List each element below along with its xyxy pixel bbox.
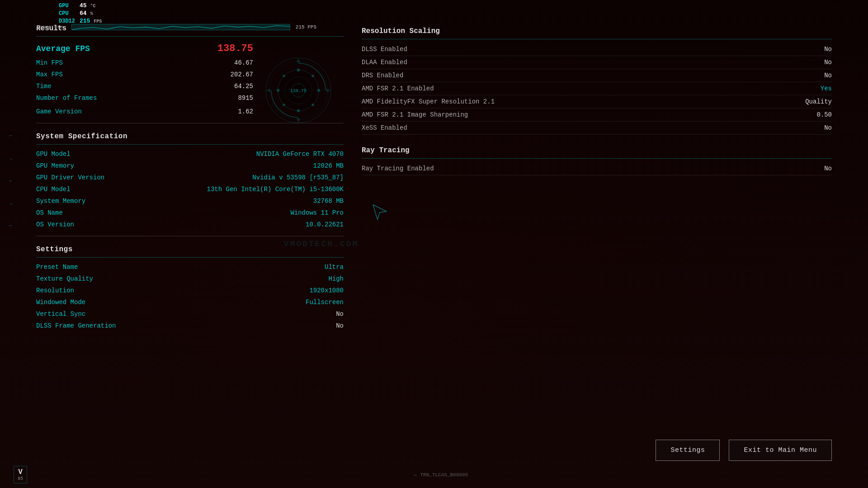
- sys-memory-row: System Memory 32768 MB: [36, 195, 344, 207]
- frames-label: Number of Frames: [36, 94, 97, 102]
- bottom-center: — TRN_TLCAS_B08095: [414, 472, 468, 478]
- vsync-row: Vertical Sync No: [36, 308, 344, 320]
- version-v: V: [18, 468, 23, 476]
- time-value: 64.25: [234, 83, 253, 90]
- rt-enabled-row: Ray Tracing Enabled No: [362, 162, 832, 175]
- hud-gpu-value: 45 °C: [80, 2, 95, 9]
- right-panel: Resolution Scaling DLSS Enabled No DLAA …: [362, 18, 832, 470]
- gpu-memory-value: 12026 MB: [313, 162, 344, 169]
- drs-enabled-row: DRS Enabled No: [362, 69, 832, 82]
- dlaa-enabled-row: DLAA Enabled No: [362, 56, 832, 69]
- exit-to-main-menu-button[interactable]: Exit to Main Menu: [729, 440, 832, 461]
- rt-enabled-value: No: [824, 165, 832, 172]
- gpu-memory-label: GPU Memory: [36, 162, 74, 169]
- svg-marker-22: [373, 205, 387, 220]
- hud-gpu-label: GPU: [59, 3, 77, 9]
- windowed-row: Windowed Mode Fullscreen: [36, 296, 344, 308]
- cpu-model-row: CPU Model 13th Gen Intel(R) Core(TM) i5-…: [36, 183, 344, 195]
- os-name-label: OS Name: [36, 209, 63, 216]
- drs-enabled-label: DRS Enabled: [362, 72, 403, 79]
- version-value: 1.62: [238, 108, 253, 115]
- hud-cpu-value: 64 %: [80, 10, 93, 17]
- amd-fsr-row: AMD FSR 2.1 Enabled Yes: [362, 82, 832, 95]
- amd-sharp-value: 0.50: [816, 111, 832, 118]
- dlss-enabled-row: DLSS Enabled No: [362, 43, 832, 56]
- texture-row: Texture Quality High: [36, 273, 344, 285]
- svg-point-13: [297, 69, 300, 71]
- dlss-enabled-value: No: [824, 46, 832, 53]
- hud-cpu-row: CPU 64 %: [59, 10, 102, 17]
- gpu-model-value: NVIDIA GeForce RTX 4070: [256, 150, 344, 158]
- amd-fidelity-label: AMD FidelityFX Super Resolution 2.1: [362, 98, 495, 105]
- dlss-frame-label: DLSS Frame Generation: [36, 322, 116, 329]
- os-name-row: OS Name Windows 11 Pro: [36, 207, 344, 219]
- amd-fidelity-value: Quality: [805, 98, 832, 105]
- windowed-value: Fullscreen: [306, 299, 344, 306]
- settings-button[interactable]: Settings: [656, 440, 720, 461]
- gpu-memory-row: GPU Memory 12026 MB: [36, 160, 344, 172]
- fps-gauge: 138.75: [262, 45, 335, 136]
- hud-gpu-row: GPU 45 °C: [59, 2, 102, 9]
- max-fps-label: Max FPS: [36, 71, 63, 78]
- svg-point-17: [283, 75, 285, 77]
- max-fps-value: 202.67: [231, 71, 253, 78]
- ray-tracing-header: Ray Tracing: [362, 142, 832, 159]
- svg-point-19: [283, 104, 285, 106]
- version-badge: V 85: [14, 466, 27, 483]
- svg-point-16: [317, 89, 320, 92]
- os-version-label: OS Version: [36, 221, 74, 228]
- texture-label: Texture Quality: [36, 275, 93, 282]
- version-num: 85: [18, 476, 23, 481]
- vsync-value: No: [336, 310, 344, 318]
- min-fps-label: Min FPS: [36, 59, 63, 66]
- amd-sharp-label: AMD FSR 2.1 Image Sharpening: [362, 111, 468, 118]
- time-label: Time: [36, 83, 52, 90]
- amd-fsr-label: AMD FSR 2.1 Enabled: [362, 85, 434, 92]
- svg-marker-9: [297, 58, 300, 62]
- cpu-model-value: 13th Gen Intel(R) Core(TM) i5-13600K: [207, 186, 344, 193]
- settings-section-header: Settings: [36, 240, 344, 258]
- drs-enabled-value: No: [824, 72, 832, 79]
- framerate-label: Framerate: [36, 24, 68, 30]
- amd-fidelity-row: AMD FidelityFX Super Resolution 2.1 Qual…: [362, 95, 832, 108]
- xess-label: XeSS Enabled: [362, 124, 407, 131]
- sys-memory-value: 32768 MB: [313, 197, 344, 205]
- dlaa-enabled-value: No: [824, 59, 832, 66]
- framerate-graph: [71, 24, 290, 30]
- frames-value: 8915: [238, 94, 253, 102]
- amd-sharp-row: AMD FSR 2.1 Image Sharpening 0.50: [362, 108, 832, 122]
- dlss-frame-value: No: [336, 322, 344, 329]
- preset-row: Preset Name Ultra: [36, 261, 344, 273]
- dlss-enabled-label: DLSS Enabled: [362, 46, 407, 53]
- resolution-row: Resolution 868x488: [36, 285, 344, 296]
- results-section: Results Average FPS 138.75 Min FPS 46.67…: [36, 18, 344, 117]
- dlaa-enabled-label: DLAA Enabled: [362, 59, 407, 66]
- preset-value: Ultra: [325, 263, 344, 271]
- rt-enabled-label: Ray Tracing Enabled: [362, 165, 434, 172]
- bottom-bar: V 85 — TRN_TLCAS_B08095: [14, 466, 854, 483]
- resolution-scaling-header: Resolution Scaling: [362, 23, 832, 39]
- hud-cpu-label: CPU: [59, 10, 77, 17]
- hud-overlay: GPU 45 °C CPU 64 % D3D12 215 FPS: [59, 2, 102, 24]
- cpu-model-label: CPU Model: [36, 186, 71, 193]
- average-fps-label: Average FPS: [36, 44, 90, 53]
- svg-point-18: [312, 75, 314, 77]
- gpu-driver-value: Nvidia v 53598 [r535_87]: [252, 174, 344, 181]
- cursor-decoration: [362, 202, 832, 223]
- xess-row: XeSS Enabled No: [362, 122, 832, 135]
- os-version-row: OS Version 10.0.22621: [36, 219, 344, 230]
- build-id: TRN_TLCAS_B08095: [420, 472, 468, 478]
- svg-marker-12: [326, 89, 331, 92]
- side-ruler: 1 2: [9, 136, 13, 226]
- min-fps-value: 46.67: [234, 59, 253, 66]
- build-prefix: —: [414, 472, 417, 478]
- windowed-label: Windowed Mode: [36, 299, 85, 306]
- preset-label: Preset Name: [36, 263, 78, 271]
- svg-point-20: [312, 104, 314, 106]
- svg-marker-11: [266, 89, 270, 92]
- sys-memory-label: System Memory: [36, 197, 85, 205]
- left-panel: Results Average FPS 138.75 Min FPS 46.67…: [36, 18, 344, 470]
- texture-value: High: [328, 275, 344, 282]
- main-content: Results Average FPS 138.75 Min FPS 46.67…: [36, 18, 832, 470]
- gpu-driver-label: GPU Driver Version: [36, 174, 104, 181]
